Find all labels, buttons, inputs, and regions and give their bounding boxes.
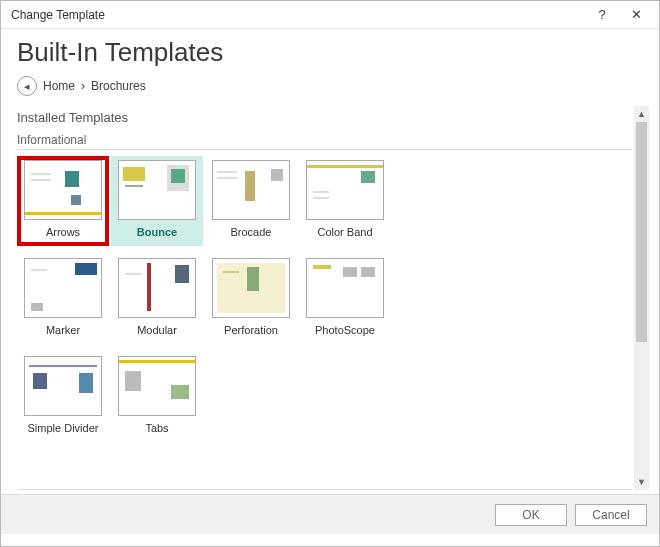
ok-button[interactable]: OK [495,504,567,526]
breadcrumb: ◂ Home › Brochures [1,72,659,106]
scroll-track[interactable] [634,122,649,474]
template-row: Marker Modular Perforation [17,254,632,344]
template-gallery: Installed Templates Informational Arrows [17,106,632,490]
template-color-band[interactable]: Color Band [299,156,391,246]
window-title: Change Template [11,8,105,22]
thumbnail [24,160,102,220]
template-label: Color Band [317,226,372,238]
close-icon[interactable]: ✕ [619,2,653,28]
breadcrumb-home[interactable]: Home [43,79,75,93]
scroll-thumb[interactable] [636,122,647,342]
breadcrumb-current[interactable]: Brochures [91,79,146,93]
template-simple-divider[interactable]: Simple Divider [17,352,109,442]
thumbnail [24,258,102,318]
section-installed: Installed Templates [17,106,632,131]
help-icon[interactable]: ? [585,2,619,28]
template-tabs[interactable]: Tabs [111,352,203,442]
template-label: PhotoScope [315,324,375,336]
thumbnail [24,356,102,416]
template-label: Modular [137,324,177,336]
thumbnail [118,356,196,416]
template-label: Perforation [224,324,278,336]
template-label: Arrows [46,226,80,238]
category-informational: Informational [17,131,632,150]
template-modular[interactable]: Modular [111,254,203,344]
page-title: Built-In Templates [1,29,659,72]
template-label: Tabs [145,422,168,434]
thumbnail [306,160,384,220]
thumbnail [118,160,196,220]
breadcrumb-sep-icon: › [81,79,85,93]
titlebar: Change Template ? ✕ [1,1,659,29]
scroll-down-icon[interactable]: ▼ [634,474,649,490]
template-brocade[interactable]: Brocade [205,156,297,246]
thumbnail [306,258,384,318]
template-label: Simple Divider [28,422,99,434]
template-bounce[interactable]: Bounce [111,156,203,246]
template-perforation[interactable]: Perforation [205,254,297,344]
template-label: Marker [46,324,80,336]
dialog-footer: OK Cancel [1,494,659,534]
thumbnail [212,160,290,220]
scrollbar[interactable]: ▲ ▼ [634,106,649,490]
template-row: Simple Divider Tabs [17,352,632,442]
cancel-button[interactable]: Cancel [575,504,647,526]
template-label: Bounce [137,226,177,238]
template-photoscope[interactable]: PhotoScope [299,254,391,344]
template-row: Arrows Bounce Brocade [17,156,632,246]
scroll-up-icon[interactable]: ▲ [634,106,649,122]
thumbnail [212,258,290,318]
template-arrows[interactable]: Arrows [17,156,109,246]
thumbnail [118,258,196,318]
template-marker[interactable]: Marker [17,254,109,344]
back-button[interactable]: ◂ [17,76,37,96]
template-label: Brocade [231,226,272,238]
